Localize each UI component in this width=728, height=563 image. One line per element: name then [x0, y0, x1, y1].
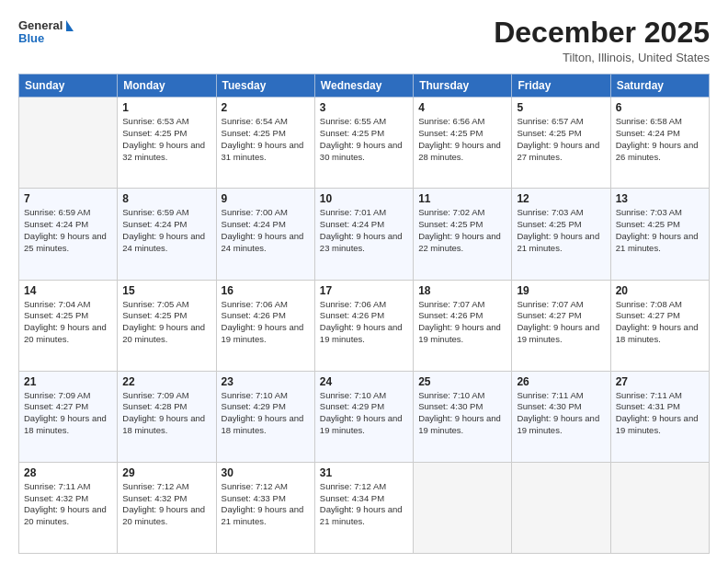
calendar-cell: 3Sunrise: 6:55 AMSunset: 4:25 PMDaylight…	[314, 98, 413, 189]
day-info: Sunrise: 7:03 AMSunset: 4:25 PMDaylight:…	[517, 207, 605, 254]
day-number: 2	[222, 101, 310, 114]
calendar-cell: 8Sunrise: 6:59 AMSunset: 4:24 PMDaylight…	[118, 189, 216, 280]
day-info: Sunrise: 7:06 AMSunset: 4:26 PMDaylight:…	[222, 299, 310, 346]
day-info: Sunrise: 7:01 AMSunset: 4:24 PMDaylight:…	[320, 207, 408, 254]
day-info: Sunrise: 6:58 AMSunset: 4:24 PMDaylight:…	[616, 116, 704, 163]
day-number: 24	[320, 375, 408, 388]
calendar-cell: 23Sunrise: 7:10 AMSunset: 4:29 PMDayligh…	[216, 371, 314, 462]
calendar-cell: 12Sunrise: 7:03 AMSunset: 4:25 PMDayligh…	[512, 189, 610, 280]
day-number: 28	[24, 466, 112, 479]
day-number: 12	[517, 192, 605, 205]
weekday-header-saturday: Saturday	[610, 75, 709, 98]
calendar-cell: 7Sunrise: 6:59 AMSunset: 4:24 PMDaylight…	[19, 189, 118, 280]
logo-svg: GeneralBlue	[18, 17, 74, 46]
calendar-cell: 24Sunrise: 7:10 AMSunset: 4:29 PMDayligh…	[314, 371, 413, 462]
calendar-cell: 29Sunrise: 7:12 AMSunset: 4:32 PMDayligh…	[118, 462, 216, 553]
calendar-cell: 15Sunrise: 7:05 AMSunset: 4:25 PMDayligh…	[118, 280, 216, 371]
day-info: Sunrise: 6:56 AMSunset: 4:25 PMDaylight:…	[418, 116, 506, 163]
calendar-cell: 26Sunrise: 7:11 AMSunset: 4:30 PMDayligh…	[512, 371, 610, 462]
day-number: 30	[222, 466, 310, 479]
svg-marker-2	[66, 20, 74, 31]
day-number: 18	[418, 284, 506, 297]
day-number: 21	[24, 375, 112, 388]
day-info: Sunrise: 7:05 AMSunset: 4:25 PMDaylight:…	[122, 299, 210, 346]
day-number: 26	[517, 375, 605, 388]
day-info: Sunrise: 7:09 AMSunset: 4:27 PMDaylight:…	[24, 390, 112, 437]
calendar-cell	[414, 462, 512, 553]
day-info: Sunrise: 6:54 AMSunset: 4:25 PMDaylight:…	[222, 116, 310, 163]
day-number: 9	[222, 192, 310, 205]
day-info: Sunrise: 7:07 AMSunset: 4:26 PMDaylight:…	[418, 299, 506, 346]
calendar-cell: 2Sunrise: 6:54 AMSunset: 4:25 PMDaylight…	[216, 98, 314, 189]
day-info: Sunrise: 7:03 AMSunset: 4:25 PMDaylight:…	[616, 207, 704, 254]
calendar-table: SundayMondayTuesdayWednesdayThursdayFrid…	[18, 74, 710, 554]
day-number: 22	[122, 375, 210, 388]
weekday-header-thursday: Thursday	[414, 75, 512, 98]
day-number: 6	[616, 101, 704, 114]
day-info: Sunrise: 7:11 AMSunset: 4:32 PMDaylight:…	[24, 481, 112, 528]
day-number: 27	[616, 375, 704, 388]
day-info: Sunrise: 7:06 AMSunset: 4:26 PMDaylight:…	[320, 299, 408, 346]
day-number: 19	[517, 284, 605, 297]
day-number: 3	[320, 101, 408, 114]
day-number: 29	[122, 466, 210, 479]
day-number: 8	[122, 192, 210, 205]
calendar-cell: 20Sunrise: 7:08 AMSunset: 4:27 PMDayligh…	[610, 280, 709, 371]
day-info: Sunrise: 6:53 AMSunset: 4:25 PMDaylight:…	[122, 116, 210, 163]
logo: GeneralBlue	[18, 17, 74, 46]
day-info: Sunrise: 7:08 AMSunset: 4:27 PMDaylight:…	[616, 299, 704, 346]
calendar-cell: 4Sunrise: 6:56 AMSunset: 4:25 PMDaylight…	[414, 98, 512, 189]
day-info: Sunrise: 7:11 AMSunset: 4:30 PMDaylight:…	[517, 390, 605, 437]
day-number: 1	[122, 101, 210, 114]
day-info: Sunrise: 7:12 AMSunset: 4:34 PMDaylight:…	[320, 481, 408, 528]
day-number: 31	[320, 466, 408, 479]
calendar-cell: 13Sunrise: 7:03 AMSunset: 4:25 PMDayligh…	[610, 189, 709, 280]
calendar-cell	[512, 462, 610, 553]
calendar-cell: 25Sunrise: 7:10 AMSunset: 4:30 PMDayligh…	[414, 371, 512, 462]
month-title: December 2025	[494, 17, 710, 49]
weekday-header-tuesday: Tuesday	[216, 75, 314, 98]
calendar-cell: 27Sunrise: 7:11 AMSunset: 4:31 PMDayligh…	[610, 371, 709, 462]
day-info: Sunrise: 7:12 AMSunset: 4:33 PMDaylight:…	[222, 481, 310, 528]
day-info: Sunrise: 7:12 AMSunset: 4:32 PMDaylight:…	[122, 481, 210, 528]
day-number: 7	[24, 192, 112, 205]
calendar-cell: 11Sunrise: 7:02 AMSunset: 4:25 PMDayligh…	[414, 189, 512, 280]
day-info: Sunrise: 6:55 AMSunset: 4:25 PMDaylight:…	[320, 116, 408, 163]
day-number: 25	[418, 375, 506, 388]
day-number: 5	[517, 101, 605, 114]
calendar-cell: 22Sunrise: 7:09 AMSunset: 4:28 PMDayligh…	[118, 371, 216, 462]
location: Tilton, Illinois, United States	[494, 51, 710, 64]
day-number: 11	[418, 192, 506, 205]
day-info: Sunrise: 6:59 AMSunset: 4:24 PMDaylight:…	[122, 207, 210, 254]
calendar-cell: 17Sunrise: 7:06 AMSunset: 4:26 PMDayligh…	[314, 280, 413, 371]
day-info: Sunrise: 7:10 AMSunset: 4:30 PMDaylight:…	[418, 390, 506, 437]
day-number: 16	[222, 284, 310, 297]
calendar-cell: 9Sunrise: 7:00 AMSunset: 4:24 PMDaylight…	[216, 189, 314, 280]
day-info: Sunrise: 7:11 AMSunset: 4:31 PMDaylight:…	[616, 390, 704, 437]
svg-text:Blue: Blue	[18, 31, 44, 45]
day-info: Sunrise: 6:57 AMSunset: 4:25 PMDaylight:…	[517, 116, 605, 163]
weekday-header-monday: Monday	[118, 75, 216, 98]
day-info: Sunrise: 7:09 AMSunset: 4:28 PMDaylight:…	[122, 390, 210, 437]
day-info: Sunrise: 7:10 AMSunset: 4:29 PMDaylight:…	[320, 390, 408, 437]
header: GeneralBlue December 2025 Tilton, Illino…	[18, 17, 710, 64]
calendar-cell: 28Sunrise: 7:11 AMSunset: 4:32 PMDayligh…	[19, 462, 118, 553]
page: GeneralBlue December 2025 Tilton, Illino…	[0, 0, 728, 563]
weekday-header-wednesday: Wednesday	[314, 75, 413, 98]
calendar-cell: 19Sunrise: 7:07 AMSunset: 4:27 PMDayligh…	[512, 280, 610, 371]
calendar-cell: 1Sunrise: 6:53 AMSunset: 4:25 PMDaylight…	[118, 98, 216, 189]
day-info: Sunrise: 7:00 AMSunset: 4:24 PMDaylight:…	[222, 207, 310, 254]
day-number: 14	[24, 284, 112, 297]
weekday-header-sunday: Sunday	[19, 75, 118, 98]
calendar-cell: 10Sunrise: 7:01 AMSunset: 4:24 PMDayligh…	[314, 189, 413, 280]
day-number: 10	[320, 192, 408, 205]
day-info: Sunrise: 7:02 AMSunset: 4:25 PMDaylight:…	[418, 207, 506, 254]
day-number: 20	[616, 284, 704, 297]
day-number: 15	[122, 284, 210, 297]
calendar-cell: 18Sunrise: 7:07 AMSunset: 4:26 PMDayligh…	[414, 280, 512, 371]
day-number: 4	[418, 101, 506, 114]
day-info: Sunrise: 7:04 AMSunset: 4:25 PMDaylight:…	[24, 299, 112, 346]
calendar-cell: 6Sunrise: 6:58 AMSunset: 4:24 PMDaylight…	[610, 98, 709, 189]
calendar-cell: 16Sunrise: 7:06 AMSunset: 4:26 PMDayligh…	[216, 280, 314, 371]
calendar-cell	[19, 98, 118, 189]
